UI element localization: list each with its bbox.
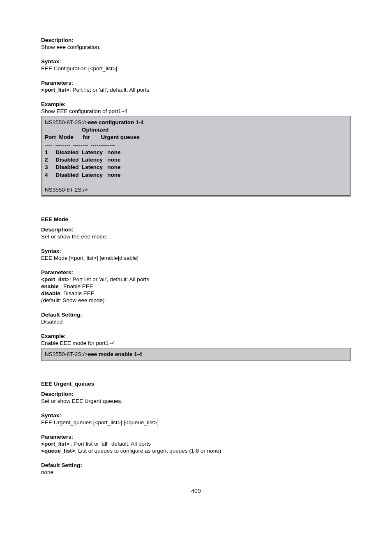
- param-key: <port_list>: [41, 87, 69, 93]
- param-desc: : Enable EEE: [60, 283, 93, 289]
- param-line: <port_list>: Port list or 'all', default…: [41, 276, 351, 282]
- param-key: <queue_list>: [41, 448, 75, 454]
- example-text: Enable EEE mode for port1~4: [41, 340, 351, 346]
- eee-configuration-section: Description: Show eee configuration. Syn…: [41, 37, 351, 197]
- code-box: NS3550-8T-2S:/>eee configuration 1-4 Opt…: [41, 116, 351, 197]
- param-desc: : Disable EEE: [60, 290, 95, 296]
- syntax-text: EEE Mode [<port_list>] [enable|disable]: [41, 255, 351, 261]
- param-line: disable: Disable EEE: [41, 290, 351, 296]
- param-line: enable : Enable EEE: [41, 283, 351, 289]
- code-prompt: NS3550-8T-2S:/>: [45, 351, 88, 357]
- param-desc: : Port list or 'all', default: All ports: [71, 441, 151, 447]
- syntax-label: Syntax:: [41, 412, 351, 419]
- code-prompt: NS3550-8T-2S:/>: [45, 119, 88, 125]
- default-text: Disabled: [41, 319, 351, 325]
- param-line: <port_list>: Port list or 'all', default…: [41, 87, 351, 93]
- param-desc: : Port list or 'all', default: All ports: [69, 87, 149, 93]
- description-text: Set or show the eee mode.: [41, 234, 351, 240]
- param-line: <port_list> : Port list or 'all', defaul…: [41, 441, 351, 447]
- param-key: <port_list>: [41, 441, 71, 447]
- example-text: Show EEE configuration of port1~4: [41, 108, 351, 114]
- parameters-label: Parameters:: [41, 434, 351, 440]
- example-label: Example:: [41, 333, 351, 339]
- param-desc: : List of queues to configure as urgent …: [75, 448, 221, 454]
- description-label: Description:: [41, 227, 351, 233]
- eee-urgent-queues-section: EEE Urgent_queues Description: Set or sh…: [41, 381, 351, 475]
- code-body: Optimized Port Mode for Urgent queues --…: [45, 127, 140, 178]
- syntax-text: EEE Configuration [<port_list>]: [41, 65, 351, 72]
- parameters-label: Parameters:: [41, 269, 351, 275]
- default-text: none: [41, 469, 351, 475]
- param-default: (default: Show eee mode): [41, 297, 351, 303]
- param-key: <port_list>: [41, 276, 69, 282]
- code-cmd: eee configuration 1-4: [88, 119, 144, 125]
- page-number: 409: [41, 488, 351, 494]
- eee-mode-section: EEE Mode Description: Set or show the ee…: [41, 216, 351, 361]
- page-content: Description: Show eee configuration. Syn…: [0, 0, 392, 506]
- param-line: <queue_list>: List of queues to configur…: [41, 448, 351, 454]
- default-label: Default Setting:: [41, 462, 351, 468]
- description-text: Show eee configuration.: [41, 44, 351, 50]
- code-box: NS3550-8T-2S:/>eee mode enable 1-4: [41, 348, 351, 361]
- syntax-label: Syntax:: [41, 58, 351, 65]
- description-text: Set or show EEE Urgent queues.: [41, 398, 351, 404]
- code-cmd: eee mode enable 1-4: [88, 351, 142, 357]
- param-desc: : Port list or 'all', default: All ports: [69, 276, 149, 282]
- section-title: EEE Urgent_queues: [41, 381, 351, 387]
- description-label: Description:: [41, 37, 351, 43]
- example-label: Example:: [41, 101, 351, 107]
- description-label: Description:: [41, 391, 351, 397]
- section-title: EEE Mode: [41, 216, 351, 222]
- syntax-label: Syntax:: [41, 248, 351, 254]
- code-tail-prompt: NS3550-8T-2S:/>: [45, 187, 88, 193]
- syntax-text: EEE Urgent_queues [<port_list>] [<queue_…: [41, 419, 351, 426]
- parameters-label: Parameters:: [41, 80, 351, 86]
- default-label: Default Setting:: [41, 312, 351, 318]
- param-key: enable: [41, 283, 60, 289]
- param-key: disable: [41, 290, 60, 296]
